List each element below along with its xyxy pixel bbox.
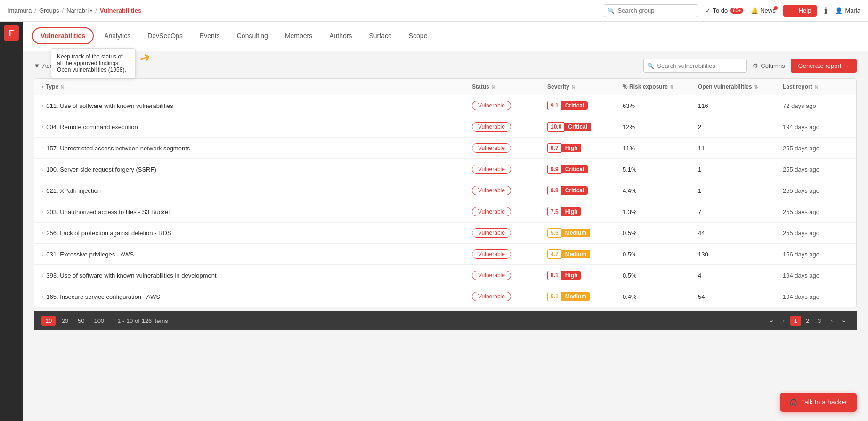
row-risk-cell: 0.4% bbox=[623, 293, 698, 300]
page-size-20[interactable]: 20 bbox=[57, 316, 72, 326]
sev-label: Medium bbox=[561, 292, 590, 301]
info-button[interactable]: ℹ bbox=[824, 6, 827, 16]
col-open-sort[interactable]: ⇅ bbox=[754, 84, 758, 90]
col-severity[interactable]: Severity ⇅ bbox=[547, 83, 623, 90]
help-button[interactable]: ❓ Help bbox=[783, 5, 817, 17]
sidebar-logo[interactable]: F bbox=[4, 25, 19, 41]
row-risk-cell: 0.5% bbox=[623, 230, 698, 237]
page-num-1[interactable]: 1 bbox=[790, 316, 801, 326]
page-num-2[interactable]: 2 bbox=[802, 316, 813, 326]
tab-vulnerabilities-label[interactable]: Vulnerabilities bbox=[32, 27, 94, 44]
tab-consulting[interactable]: Consulting bbox=[228, 22, 276, 51]
page-first[interactable]: « bbox=[766, 316, 777, 326]
row-expand-icon[interactable]: › bbox=[42, 167, 43, 172]
row-risk-cell: 12% bbox=[623, 124, 698, 131]
tab-authors[interactable]: Authors bbox=[321, 22, 360, 51]
breadcrumb-current: Vulnerabilities bbox=[100, 7, 141, 14]
tab-members[interactable]: Members bbox=[276, 22, 321, 51]
row-type-cell: › 256. Lack of protection against deleti… bbox=[42, 230, 472, 237]
row-last-report-cell: 255 days ago bbox=[783, 187, 849, 194]
tab-devsecops[interactable]: DevSecOps bbox=[139, 22, 191, 51]
row-status-cell: Vulnerable bbox=[472, 292, 547, 301]
row-expand-icon[interactable]: › bbox=[42, 124, 43, 130]
table-row[interactable]: › 256. Lack of protection against deleti… bbox=[34, 223, 856, 244]
columns-label: Columns bbox=[761, 62, 785, 69]
row-expand-icon[interactable]: › bbox=[42, 273, 43, 278]
page-size-50[interactable]: 50 bbox=[74, 316, 88, 326]
talk-to-hacker-button[interactable]: 🎧 Talk to a hacker bbox=[780, 393, 857, 412]
row-risk-cell: 4.4% bbox=[623, 187, 698, 194]
tab-vulnerabilities[interactable]: Vulnerabilities bbox=[30, 22, 96, 51]
col-type-label: Type bbox=[46, 83, 58, 90]
breadcrumb-narrabri[interactable]: Narrabri bbox=[66, 7, 89, 14]
col-last-report[interactable]: Last report ⇅ bbox=[783, 83, 849, 90]
status-badge: Vulnerable bbox=[472, 186, 511, 195]
row-status-cell: Vulnerable bbox=[472, 228, 547, 238]
search-vuln-input[interactable] bbox=[643, 59, 747, 73]
table-row[interactable]: › 021. XPath injection Vulnerable 9.8 Cr… bbox=[34, 180, 856, 201]
tab-analytics[interactable]: Analytics bbox=[96, 22, 139, 51]
col-open-vuln[interactable]: Open vulnerabilities ⇅ bbox=[698, 83, 783, 90]
row-type-cell: › 203. Unauthorized access to files - S3… bbox=[42, 208, 472, 215]
col-risk-sort[interactable]: ⇅ bbox=[670, 84, 673, 90]
tab-scope[interactable]: Scope bbox=[400, 22, 436, 51]
row-expand-icon[interactable]: › bbox=[42, 231, 43, 236]
page-size-10[interactable]: 10 bbox=[41, 316, 56, 326]
row-severity-cell: 9.9 Critical bbox=[547, 165, 623, 174]
page-size-100[interactable]: 100 bbox=[90, 316, 108, 326]
row-last-report-cell: 255 days ago bbox=[783, 166, 849, 173]
table-row[interactable]: › 004. Remote command execution Vulnerab… bbox=[34, 116, 856, 138]
tab-events[interactable]: Events bbox=[191, 22, 228, 51]
row-type-label: 100. Server-side request forgery (SSRF) bbox=[46, 166, 156, 173]
narrabri-dropdown-icon[interactable]: ▾ bbox=[90, 8, 92, 13]
page-prev[interactable]: ‹ bbox=[779, 316, 788, 326]
page-last[interactable]: » bbox=[838, 316, 849, 326]
col-status-sort[interactable]: ⇅ bbox=[491, 84, 495, 90]
breadcrumb-groups[interactable]: Groups bbox=[39, 7, 59, 14]
checkmark-icon: ✓ bbox=[706, 7, 711, 14]
row-open-cell: 54 bbox=[698, 293, 783, 300]
page-num-3[interactable]: 3 bbox=[814, 316, 825, 326]
col-type-sort[interactable]: ⇅ bbox=[60, 84, 64, 90]
col-open-label: Open vulnerabilities bbox=[698, 83, 752, 90]
tab-surface[interactable]: Surface bbox=[361, 22, 400, 51]
columns-gear-icon: ⚙ bbox=[753, 62, 758, 69]
row-expand-icon[interactable]: › bbox=[42, 188, 43, 193]
sev-score: 10.0 bbox=[547, 122, 564, 132]
table-row[interactable]: › 165. Insecure service configuration - … bbox=[34, 286, 856, 307]
row-open-cell: 4 bbox=[698, 272, 783, 279]
table-row[interactable]: › 100. Server-side request forgery (SSRF… bbox=[34, 159, 856, 180]
table-row[interactable]: › 011. Use of software with known vulner… bbox=[34, 95, 856, 116]
page-next[interactable]: › bbox=[827, 316, 836, 326]
breadcrumb-sep1: / bbox=[34, 7, 36, 14]
help-icon: ❓ bbox=[789, 7, 796, 14]
todo-button[interactable]: ✓ To do 60+ bbox=[706, 7, 743, 14]
table-row[interactable]: › 393. Use of software with known vulner… bbox=[34, 265, 856, 286]
breadcrumb-imamura[interactable]: Imamura bbox=[8, 7, 32, 14]
row-expand-icon[interactable]: › bbox=[42, 146, 43, 151]
news-label: News bbox=[760, 7, 776, 14]
sidebar: F bbox=[0, 22, 23, 421]
table-row[interactable]: › 157. Unrestricted access between netwo… bbox=[34, 138, 856, 159]
sev-score: 9.1 bbox=[547, 101, 561, 110]
table-row[interactable]: › 203. Unauthorized access to files - S3… bbox=[34, 201, 856, 223]
columns-button[interactable]: ⚙ Columns bbox=[753, 62, 785, 69]
row-last-report-cell: 194 days ago bbox=[783, 124, 849, 131]
col-last-report-sort[interactable]: ⇅ bbox=[814, 84, 818, 90]
row-expand-icon[interactable]: › bbox=[42, 252, 43, 257]
table-row[interactable]: › 031. Excessive privileges - AWS Vulner… bbox=[34, 244, 856, 265]
user-menu[interactable]: 👤 Maria bbox=[835, 7, 860, 14]
row-expand-icon[interactable]: › bbox=[42, 294, 43, 299]
news-button[interactable]: 🔔 News bbox=[751, 7, 776, 14]
row-expand-icon[interactable]: › bbox=[42, 209, 43, 215]
col-risk[interactable]: % Risk exposure ⇅ bbox=[623, 83, 698, 90]
status-badge: Vulnerable bbox=[472, 143, 511, 153]
search-group-input[interactable] bbox=[604, 4, 698, 17]
col-type[interactable]: › Type ⇅ bbox=[42, 83, 472, 90]
generate-report-button[interactable]: Generate report → bbox=[791, 59, 857, 73]
row-status-cell: Vulnerable bbox=[472, 271, 547, 280]
sev-score: 8.1 bbox=[547, 271, 561, 280]
row-expand-icon[interactable]: › bbox=[42, 103, 43, 108]
col-status[interactable]: Status ⇅ bbox=[472, 83, 547, 90]
col-severity-sort[interactable]: ⇅ bbox=[571, 84, 575, 90]
